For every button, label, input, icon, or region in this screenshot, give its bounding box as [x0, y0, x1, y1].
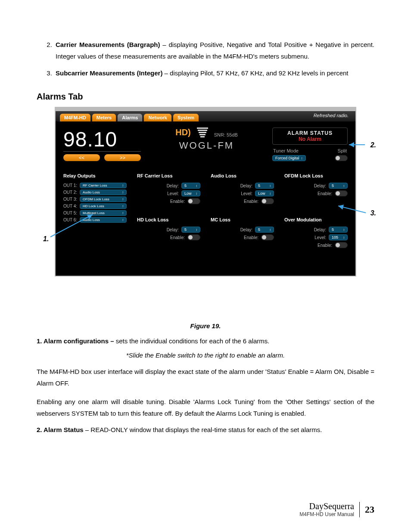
figure-caption: Figure 19. [37, 322, 374, 330]
para-lock-tuning: Enabling any one alarm will disable tuni… [37, 396, 374, 419]
hd-enable-toggle[interactable] [187, 234, 200, 240]
relay-out1-select[interactable]: RF Carrier Loss [80, 183, 127, 188]
relay-out2-select[interactable]: Audio Loss [80, 190, 127, 195]
split-toggle[interactable] [335, 155, 348, 161]
tuner-mode-label: Tuner Mode [273, 148, 299, 153]
mc-loss-col: MC Loss Delay:5 Enable: [211, 217, 274, 250]
ofdm-enable-toggle[interactable] [335, 190, 348, 196]
signal-bars-icon [197, 128, 208, 137]
aud-enable-toggle[interactable] [261, 198, 274, 204]
list-item: Subcarrier Measurements (Integer) – disp… [54, 67, 374, 79]
relay-out6-select[interactable]: Audio Loss [80, 217, 127, 223]
footer-brand: DaySequerra [299, 501, 354, 511]
footer-divider [359, 502, 360, 517]
refreshed-label: Refreshed radio. [314, 113, 349, 118]
para-alarm-config: 1. Alarm configurations – sets the indiv… [37, 337, 374, 345]
tuner-split-label: Split [338, 148, 347, 153]
callout-2: 2. [371, 141, 376, 149]
list3-title: Subcarrier Measurements (Integer) [56, 69, 162, 77]
ui-screenshot: M4FM-HD Meters Alarms Network System Ref… [55, 107, 356, 277]
alarm-status-title: ALARM STATUS [274, 130, 346, 136]
footer-subtitle: M4FM-HD User Manual [299, 511, 354, 517]
om-delay-select[interactable]: 5 [329, 227, 348, 233]
hd-logo-icon: HD) [175, 128, 191, 137]
om-enable-toggle[interactable] [335, 242, 348, 248]
col-title: Over Modulation [284, 217, 348, 222]
tab-meters[interactable]: Meters [92, 114, 116, 121]
audio-loss-col: Audio Loss Delay:5 Level:Low Enable: [211, 173, 274, 206]
ofdm-lock-loss-col: OFDM Lock Loss Delay:5 Enable: [284, 173, 348, 206]
tab-system[interactable]: System [173, 114, 199, 121]
callout-1: 1. [43, 235, 49, 243]
col-title: OFDM Lock Loss [284, 173, 348, 178]
list-item: Carrier Measurements (Bargraph) – displa… [54, 39, 374, 62]
para-status-explain: The M4FM-HD box user interface will disp… [37, 366, 374, 389]
list3-body: – displaying Pilot, 57 KHz, 67 KHz, and … [162, 69, 348, 77]
alarm-status-value: No Alarm [274, 136, 346, 142]
rf-level-select[interactable]: Low [181, 190, 200, 196]
relay-out5-select[interactable]: Multicast Loss [80, 210, 127, 216]
col-title: RF Carrier Loss [137, 173, 200, 178]
para-alarm-status: 2. Alarm Status – READ-ONLY window that … [37, 426, 374, 433]
page-number: 23 [365, 504, 374, 515]
callout-3: 3. [371, 209, 376, 217]
mc-delay-select[interactable]: 5 [255, 227, 274, 233]
rf-carrier-loss-col: RF Carrier Loss Delay:5 Level:Low Enable… [137, 173, 200, 206]
intro-list: Carrier Measurements (Bargraph) – displa… [37, 39, 374, 79]
page-footer: DaySequerra M4FM-HD User Manual 23 [299, 501, 374, 517]
om-level-select[interactable]: 105 [329, 234, 348, 240]
snr-label: SNR: 55dB [214, 132, 238, 137]
rf-delay-select[interactable]: 5 [181, 183, 200, 189]
tuner-mode-select[interactable]: Forced Digital [272, 155, 306, 161]
section-heading: Alarms Tab [37, 92, 374, 102]
col-title: HD Lock Loss [137, 217, 200, 222]
hd-lock-loss-col: HD Lock Loss Delay:5 Enable: [137, 217, 200, 250]
col-title: Relay Outputs [63, 173, 127, 178]
mc-enable-toggle[interactable] [261, 234, 274, 240]
tab-network[interactable]: Network [144, 114, 171, 121]
tune-up-button[interactable]: >> [104, 154, 141, 161]
relay-outputs-col: Relay Outputs OUT 1:RF Carrier Loss OUT … [63, 173, 127, 250]
station-name: WOGL-FM [153, 140, 260, 151]
col-title: Audio Loss [211, 173, 274, 178]
para-enable-hint: *Slide the Enable switch to the right to… [37, 352, 374, 359]
aud-delay-select[interactable]: 5 [255, 183, 274, 189]
frequency-readout: 98.10 [63, 128, 141, 152]
alarm-status-box: ALARM STATUS No Alarm [272, 128, 348, 145]
hd-delay-select[interactable]: 5 [181, 227, 200, 233]
over-modulation-col: Over Modulation Delay:5 Level:105 Enable… [284, 217, 348, 250]
relay-out4-select[interactable]: HD Lock Loss [80, 203, 127, 209]
relay-out3-select[interactable]: OFDM Lock Loss [80, 196, 127, 202]
tab-alarms[interactable]: Alarms [118, 114, 142, 121]
list2-title: Carrier Measurements (Bargraph) [56, 41, 160, 48]
ofdm-delay-select[interactable]: 5 [329, 183, 348, 189]
tab-m4fm[interactable]: M4FM-HD [60, 114, 90, 121]
rf-enable-toggle[interactable] [187, 198, 200, 204]
col-title: MC Loss [211, 217, 274, 222]
tune-down-button[interactable]: << [63, 154, 100, 161]
aud-level-select[interactable]: Low [255, 190, 274, 196]
